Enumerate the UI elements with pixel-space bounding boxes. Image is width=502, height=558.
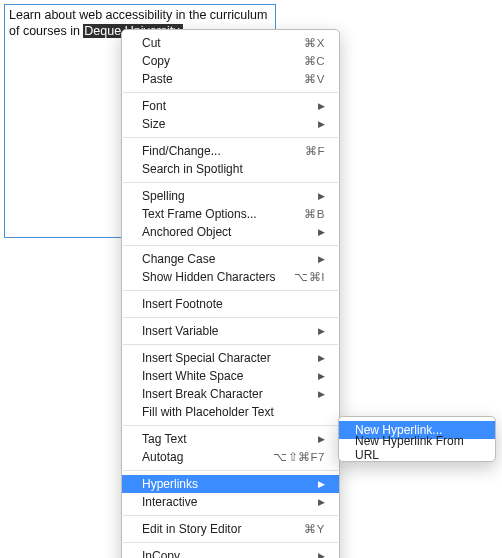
menu-label: Insert Variable <box>142 324 310 338</box>
menu-item-anchored-object[interactable]: Anchored Object▶ <box>122 223 339 241</box>
menu-item-spelling[interactable]: Spelling▶ <box>122 187 339 205</box>
separator <box>123 425 338 426</box>
menu-item-fill-placeholder[interactable]: Fill with Placeholder Text <box>122 403 339 421</box>
menu-label: Interactive <box>142 495 310 509</box>
menu-label: Fill with Placeholder Text <box>142 405 325 419</box>
menu-item-find-change[interactable]: Find/Change...⌘F <box>122 142 339 160</box>
menu-label: Insert Footnote <box>142 297 325 311</box>
menu-label: Spelling <box>142 189 310 203</box>
menu-label: New Hyperlink From URL <box>355 434 481 462</box>
chevron-right-icon: ▶ <box>318 353 325 363</box>
menu-item-search-spotlight[interactable]: Search in Spotlight <box>122 160 339 178</box>
menu-item-insert-special-character[interactable]: Insert Special Character▶ <box>122 349 339 367</box>
submenu-item-new-hyperlink-from-url[interactable]: New Hyperlink From URL <box>339 439 495 457</box>
chevron-right-icon: ▶ <box>318 479 325 489</box>
menu-label: Search in Spotlight <box>142 162 325 176</box>
menu-label: Insert Special Character <box>142 351 310 365</box>
menu-item-insert-variable[interactable]: Insert Variable▶ <box>122 322 339 340</box>
menu-item-show-hidden-characters[interactable]: Show Hidden Characters⌥⌘I <box>122 268 339 286</box>
menu-item-edit-story-editor[interactable]: Edit in Story Editor⌘Y <box>122 520 339 538</box>
menu-label: Anchored Object <box>142 225 310 239</box>
menu-shortcut: ⌘B <box>304 207 325 221</box>
menu-label: InCopy <box>142 549 310 558</box>
menu-item-size[interactable]: Size▶ <box>122 115 339 133</box>
menu-label: Edit in Story Editor <box>142 522 294 536</box>
separator <box>123 317 338 318</box>
menu-item-cut[interactable]: Cut⌘X <box>122 34 339 52</box>
menu-shortcut: ⌘F <box>305 144 325 158</box>
menu-label: Autotag <box>142 450 263 464</box>
menu-label: Hyperlinks <box>142 477 310 491</box>
menu-shortcut: ⌘C <box>304 54 325 68</box>
menu-shortcut: ⌘Y <box>304 522 325 536</box>
separator <box>123 470 338 471</box>
separator <box>123 137 338 138</box>
menu-label: Cut <box>142 36 294 50</box>
menu-item-text-frame-options[interactable]: Text Frame Options...⌘B <box>122 205 339 223</box>
menu-label: Paste <box>142 72 294 86</box>
menu-item-font[interactable]: Font▶ <box>122 97 339 115</box>
menu-item-change-case[interactable]: Change Case▶ <box>122 250 339 268</box>
menu-item-tag-text[interactable]: Tag Text▶ <box>122 430 339 448</box>
menu-label: Change Case <box>142 252 310 266</box>
menu-item-autotag[interactable]: Autotag⌥⇧⌘F7 <box>122 448 339 466</box>
menu-label: Copy <box>142 54 294 68</box>
chevron-right-icon: ▶ <box>318 326 325 336</box>
menu-item-paste[interactable]: Paste⌘V <box>122 70 339 88</box>
chevron-right-icon: ▶ <box>318 227 325 237</box>
menu-label: Insert White Space <box>142 369 310 383</box>
menu-label: Text Frame Options... <box>142 207 294 221</box>
menu-label: Insert Break Character <box>142 387 310 401</box>
menu-label: Tag Text <box>142 432 310 446</box>
separator <box>123 515 338 516</box>
menu-item-copy[interactable]: Copy⌘C <box>122 52 339 70</box>
chevron-right-icon: ▶ <box>318 191 325 201</box>
menu-label: Find/Change... <box>142 144 295 158</box>
separator <box>123 542 338 543</box>
chevron-right-icon: ▶ <box>318 389 325 399</box>
chevron-right-icon: ▶ <box>318 371 325 381</box>
menu-item-incopy[interactable]: InCopy▶ <box>122 547 339 558</box>
menu-item-interactive[interactable]: Interactive▶ <box>122 493 339 511</box>
menu-item-insert-break-character[interactable]: Insert Break Character▶ <box>122 385 339 403</box>
menu-shortcut: ⌘X <box>304 36 325 50</box>
menu-shortcut: ⌥⌘I <box>294 270 325 284</box>
separator <box>123 245 338 246</box>
chevron-right-icon: ▶ <box>318 434 325 444</box>
chevron-right-icon: ▶ <box>318 254 325 264</box>
menu-item-hyperlinks[interactable]: Hyperlinks▶ <box>122 475 339 493</box>
menu-shortcut: ⌘V <box>304 72 325 86</box>
hyperlinks-submenu: New Hyperlink...New Hyperlink From URL <box>338 416 496 462</box>
chevron-right-icon: ▶ <box>318 101 325 111</box>
menu-shortcut: ⌥⇧⌘F7 <box>273 450 325 464</box>
context-menu: Cut⌘XCopy⌘CPaste⌘VFont▶Size▶Find/Change.… <box>121 29 340 558</box>
chevron-right-icon: ▶ <box>318 497 325 507</box>
separator <box>123 92 338 93</box>
menu-item-insert-white-space[interactable]: Insert White Space▶ <box>122 367 339 385</box>
menu-label: Size <box>142 117 310 131</box>
chevron-right-icon: ▶ <box>318 119 325 129</box>
menu-label: Show Hidden Characters <box>142 270 284 284</box>
separator <box>123 344 338 345</box>
separator <box>123 182 338 183</box>
menu-item-insert-footnote[interactable]: Insert Footnote <box>122 295 339 313</box>
chevron-right-icon: ▶ <box>318 551 325 558</box>
separator <box>123 290 338 291</box>
menu-label: Font <box>142 99 310 113</box>
